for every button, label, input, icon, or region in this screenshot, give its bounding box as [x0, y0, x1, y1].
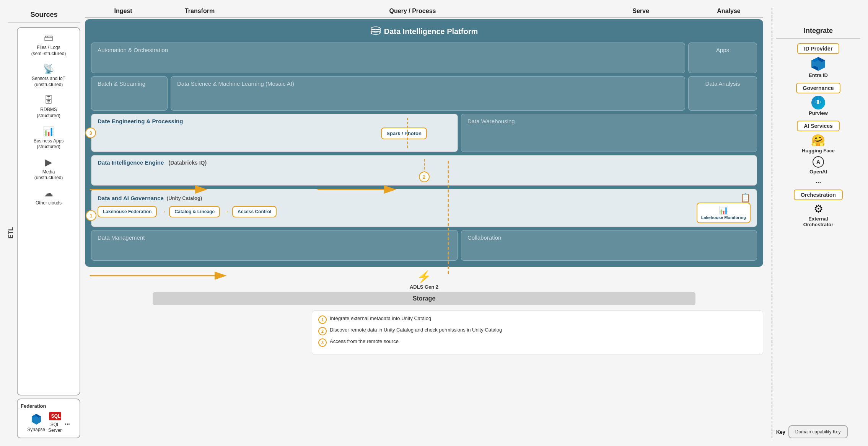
header-analyse: Analyse [694, 8, 763, 18]
storage-area: ⚡ ADLS Gen 2 Storage [85, 270, 763, 305]
legend-item-2: 2 Discover remote data in Unity Catalog … [318, 327, 757, 335]
governance-title: Data and AI Governance [98, 195, 164, 201]
orchestrator-icon: ⚙ [814, 203, 823, 215]
cell-collaboration: Collaboration [461, 230, 757, 261]
federation-box: Federation Synapse SQL SQLS [17, 399, 80, 438]
adls-icon: ⚡ [417, 270, 431, 283]
source-synapse: Synapse [27, 413, 45, 433]
svg-text:A: A [816, 159, 820, 165]
section-ai-services: AI Services 🤗 Hugging Face A OpenAI ... [776, 121, 860, 185]
column-headers: Ingest Transform Query / Process Serve A… [85, 8, 763, 18]
governance-subtitle: (Unity Catalog) [167, 195, 202, 201]
adls-box: ⚡ ADLS Gen 2 [410, 270, 438, 290]
section-orchestration: Orchestration ⚙ ExternalOrchestrator [776, 190, 860, 227]
cell-governance: Data and AI Governance (Unity Catalog) 📋… [91, 189, 757, 227]
legend-text-3: Access from the remote source [330, 338, 399, 344]
legend-badge-2: 2 [318, 327, 327, 335]
monitoring-icon: 📊 [701, 206, 746, 215]
entra-id-icon [811, 56, 826, 72]
sources-column: Sources ETL 🗃 Files / Logs(semi-structur… [8, 8, 80, 438]
integrate-header: Integrate [776, 27, 860, 39]
legend-text-1: Integrate external metadata into Unity C… [330, 315, 431, 321]
row-dm-collab: Data Management Collaboration [91, 230, 757, 261]
id-provider-title: ID Provider [797, 43, 840, 54]
gov-arrow-1: → [160, 208, 166, 215]
openai-icon: A [812, 156, 824, 168]
cell-data-analysis: Data Analysis [688, 76, 757, 111]
row-automation: Automation & Orchestration Apps [91, 42, 757, 73]
dashed-line-v [407, 118, 408, 148]
lakehouse-federation-box: Lakehouse Federation [98, 206, 157, 217]
hugging-face-item: 🤗 Hugging Face [802, 134, 835, 154]
source-more: ... [65, 419, 70, 426]
vertical-divider [772, 8, 772, 438]
unity-catalog-icon: 📋 [740, 193, 751, 203]
key-box: Domain capability Key [788, 425, 848, 438]
gov-arrow-2: → [223, 208, 229, 215]
platform-box: Data Intelligence Platform Automation & … [85, 19, 763, 267]
federation-logos: Synapse SQL SQLServer ... [27, 412, 70, 434]
row-governance: Data and AI Governance (Unity Catalog) 📋… [91, 189, 757, 227]
purview-item: 👁 Purview [809, 96, 828, 116]
cell-data-engineering: Date Engineering & Processing Spark / Ph… [91, 114, 458, 152]
entra-id-name: Entra ID [809, 72, 828, 78]
header-transform: Transform [161, 8, 238, 18]
etl-label: ETL [8, 227, 15, 239]
badge-3: 3 [85, 127, 96, 138]
row-de: Date Engineering & Processing Spark / Ph… [91, 114, 757, 152]
legend-item-3: 3 Access from the remote source [318, 338, 757, 347]
de-title: Date Engineering & Processing [98, 118, 451, 124]
spark-photon-box: Spark / Photon [381, 127, 427, 139]
cell-data-management: Data Management [91, 230, 458, 261]
governance-items: Lakehouse Federation → Catalog & Lineage… [98, 206, 751, 217]
purview-name: Purview [809, 110, 828, 116]
source-business-apps: 📊 Business Apps(structured) [34, 126, 64, 150]
cell-automation: Automation & Orchestration [91, 42, 685, 73]
key-area: Key Domain capability Key [776, 425, 860, 438]
catalog-lineage-box: Catalog & Lineage [169, 206, 220, 217]
row-die: Data Intelligence Engine (Databricks IQ)… [91, 155, 757, 186]
cell-data-warehousing: Data Warehousing [461, 114, 757, 152]
badge-1: 1 [86, 210, 96, 221]
cell-apps: Apps [688, 42, 757, 73]
external-orchestrator-item: ⚙ ExternalOrchestrator [803, 203, 834, 227]
platform-icon [370, 25, 381, 38]
row-batch-dsml: Batch & Streaming Data Science & Machine… [91, 76, 757, 111]
legend-badge-3: 3 [318, 338, 327, 347]
source-rdbms: 🗄 RDBMS(structured) [37, 95, 60, 119]
legend-item-1: 1 Integrate external metadata into Unity… [318, 315, 757, 324]
right-panel: Integrate ID Provider Entra ID Governanc… [776, 8, 860, 438]
lakehouse-monitoring-box: 📊 Lakehouse Monitoring [697, 203, 751, 223]
source-sensors-iot: 📡 Sensors and IoT(unstructured) [32, 64, 65, 88]
cell-batch-streaming: Batch & Streaming [91, 76, 168, 111]
purview-icon: 👁 [811, 96, 825, 109]
access-control-box: Access Control [232, 206, 277, 217]
source-sql-server: SQL SQLServer [48, 412, 62, 434]
svg-point-5 [371, 31, 380, 34]
openai-item: A OpenAI [809, 156, 827, 175]
legend-badge-1: 1 [318, 315, 327, 324]
governance-title-int: Governance [796, 83, 841, 93]
main-container: Sources ETL 🗃 Files / Logs(semi-structur… [0, 0, 868, 446]
right-section: Integrate ID Provider Entra ID Governanc… [768, 8, 860, 438]
cell-die: Data Intelligence Engine (Databricks IQ)… [91, 155, 757, 186]
platform-title: Data Intelligence Platform [91, 25, 757, 38]
cell-ds-ml: Data Science & Machine Learning (Mosaic … [171, 76, 685, 111]
ai-services-title: AI Services [797, 121, 840, 131]
platform-title-text: Data Intelligence Platform [384, 27, 478, 36]
orchestration-title: Orchestration [794, 190, 843, 200]
storage-bar: Storage [153, 292, 695, 305]
sources-header: Sources [8, 8, 80, 23]
legend-area: 1 Integrate external metadata into Unity… [312, 310, 763, 355]
entra-id-item: Entra ID [809, 56, 828, 78]
adls-label: ADLS Gen 2 [410, 284, 438, 290]
ai-services-more: ... [815, 177, 821, 185]
section-governance-int: Governance 👁 Purview [776, 83, 860, 116]
header-serve: Serve [587, 8, 694, 18]
source-other-clouds: ☁ Other clouds [36, 188, 62, 206]
source-files-logs: 🗃 Files / Logs(semi-structured) [31, 33, 66, 57]
synapse-icon [30, 413, 42, 425]
openai-name: OpenAI [809, 169, 827, 175]
badge-2: 2 [419, 172, 430, 182]
legend-text-2: Discover remote data in Unity Catalog an… [330, 327, 502, 333]
